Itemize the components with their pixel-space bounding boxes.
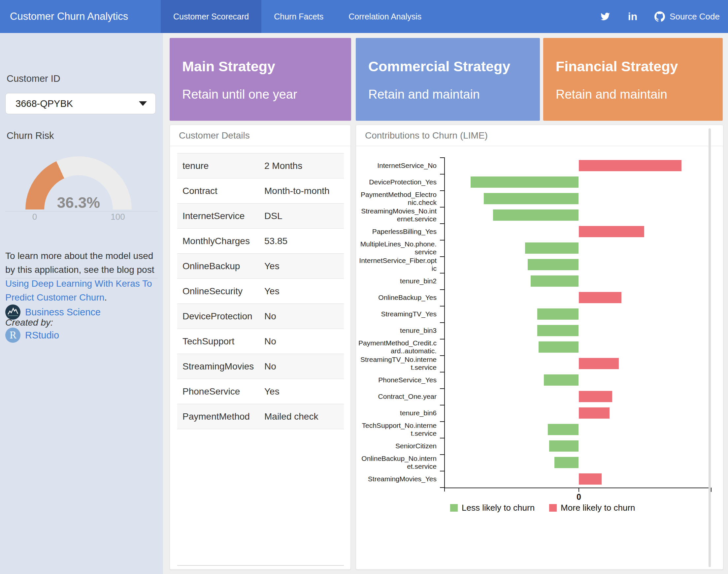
rstudio-link[interactable]: RStudio [25, 330, 59, 341]
twitter-icon[interactable] [600, 12, 611, 21]
detail-value: No [264, 361, 344, 372]
legend-label: More likely to churn [561, 503, 635, 513]
chart-bar [493, 209, 578, 221]
table-row: ContractMonth-to-month [177, 178, 344, 204]
chart-scrollbar[interactable] [709, 128, 711, 567]
linkedin-icon[interactable]: in [628, 10, 637, 23]
y-axis-tick [440, 454, 444, 455]
chart-category-label: InternetService_No [356, 157, 437, 174]
y-axis-tick [440, 223, 444, 224]
chart-category-label: tenure_bin2 [356, 273, 437, 289]
y-axis-tick [440, 289, 444, 290]
detail-value: No [264, 336, 344, 347]
financial-strategy-card: Financial Strategy Retain and maintain [543, 38, 723, 121]
y-axis-tick [440, 207, 444, 207]
gauge-value: 36.3% [26, 194, 132, 211]
chart-bar [579, 407, 610, 419]
y-axis-tick [440, 273, 444, 274]
detail-label: DeviceProtection [177, 311, 264, 322]
table-row: PaymentMethodMailed check [177, 404, 344, 429]
chart-bar [531, 276, 578, 287]
app-title: Customer Churn Analytics [0, 0, 161, 33]
detail-value: DSL [264, 211, 344, 221]
y-axis-tick [440, 372, 444, 372]
table-row: PhoneServiceYes [177, 379, 344, 404]
chart-bar [555, 457, 578, 468]
chart-bar [579, 226, 644, 237]
customer-id-value: 3668-QPYBK [6, 98, 139, 109]
table-row: OnlineSecurityYes [177, 279, 344, 304]
table-row: MonthlyCharges53.85 [177, 229, 344, 254]
y-axis-tick [440, 256, 444, 257]
gauge-min-label: 0 [28, 212, 41, 222]
app-root: Customer Churn Analytics Customer Scorec… [0, 0, 728, 574]
detail-label: OnlineBackup [177, 261, 264, 272]
chevron-down-icon [139, 101, 147, 106]
nav-tabs: Customer ScorecardChurn FacetsCorrelatio… [161, 0, 434, 33]
chart-bar [537, 325, 578, 336]
y-axis-tick [440, 471, 444, 472]
chart-category-label: PhoneService_Yes [356, 372, 437, 388]
github-icon [654, 11, 665, 22]
y-axis-tick [440, 388, 444, 389]
churn-risk-label: Churn Risk [7, 130, 54, 141]
y-axis-tick [440, 240, 444, 241]
detail-value: Yes [264, 261, 344, 272]
tab-churn-facets[interactable]: Churn Facets [261, 0, 336, 33]
detail-value: 53.85 [264, 236, 344, 246]
chart-category-label: PaperlessBilling_Yes [356, 223, 437, 240]
y-axis-tick [440, 421, 444, 422]
chart-category-label: StreamingMovies_Yes [356, 471, 437, 487]
commercial-strategy-subtitle: Retain and maintain [368, 87, 480, 101]
lime-chart-panel: Contributions to Churn (LIME) InternetSe… [356, 125, 723, 570]
detail-label: PaymentMethod [177, 411, 264, 422]
chart-bar [484, 193, 578, 204]
divider [177, 565, 344, 566]
y-axis-tick [440, 487, 444, 488]
chart-bar [528, 259, 578, 270]
y-axis-tick [440, 438, 444, 439]
chart-bar [538, 341, 578, 353]
main-strategy-card: Main Strategy Retain until one year [170, 38, 351, 121]
source-code-link[interactable]: Source Code [654, 11, 720, 22]
y-axis-tick [440, 190, 444, 191]
tab-correlation-analysis[interactable]: Correlation Analysis [336, 0, 434, 33]
about-text: To learn more about the model used by th… [5, 249, 156, 304]
rstudio-logo: R [5, 328, 21, 343]
sidebar: Customer ID 3668-QPYBK Churn Risk 36.3% … [0, 33, 163, 574]
commercial-strategy-card: Commercial Strategy Retain and maintain [356, 38, 540, 121]
chart-bar [549, 440, 578, 452]
detail-label: OnlineSecurity [177, 286, 264, 296]
blog-post-link[interactable]: Using Deep Learning With Keras To Predic… [5, 278, 152, 302]
chart-category-label: TechSupport_No.internet.service [356, 421, 437, 438]
legend-swatch [450, 504, 458, 511]
chart-bar [579, 474, 602, 485]
customer-id-select[interactable]: 3668-QPYBK [5, 93, 156, 114]
detail-value: Yes [264, 386, 344, 397]
navbar: Customer Churn Analytics Customer Scorec… [0, 0, 728, 33]
business-science-byline: Business Science [5, 304, 100, 320]
detail-label: StreamingMovies [177, 361, 264, 372]
chart-category-label: Contract_One.year [356, 388, 437, 405]
business-science-link[interactable]: Business Science [25, 307, 100, 318]
chart-bar [579, 160, 682, 171]
navbar-links: in Source Code [600, 0, 720, 33]
chart-category-label: DeviceProtection_Yes [356, 174, 437, 190]
divider [5, 278, 158, 278]
detail-label: TechSupport [177, 336, 264, 347]
detail-value: Yes [264, 286, 344, 296]
chart-bar [579, 391, 612, 402]
x-axis-tick [578, 488, 579, 492]
chart-category-label: OnlineBackup_Yes [356, 289, 437, 306]
x-axis-tick [711, 488, 712, 492]
chart-category-label: OnlineBackup_No.internet.service [356, 454, 437, 471]
divider [356, 146, 723, 146]
chart-category-label: InternetService_Fiber.optic [356, 256, 437, 273]
financial-strategy-title: Financial Strategy [556, 58, 678, 75]
chart-category-label: PaymentMethod_Credit.card..automatic. [356, 339, 437, 355]
tab-customer-scorecard[interactable]: Customer Scorecard [161, 0, 261, 33]
chart-category-label: StreamingMovies_No.internet.service [356, 207, 437, 223]
rstudio-byline: R RStudio [5, 327, 59, 343]
customer-id-label: Customer ID [7, 73, 60, 84]
x-axis-zero-tick-label: 0 [567, 492, 591, 502]
